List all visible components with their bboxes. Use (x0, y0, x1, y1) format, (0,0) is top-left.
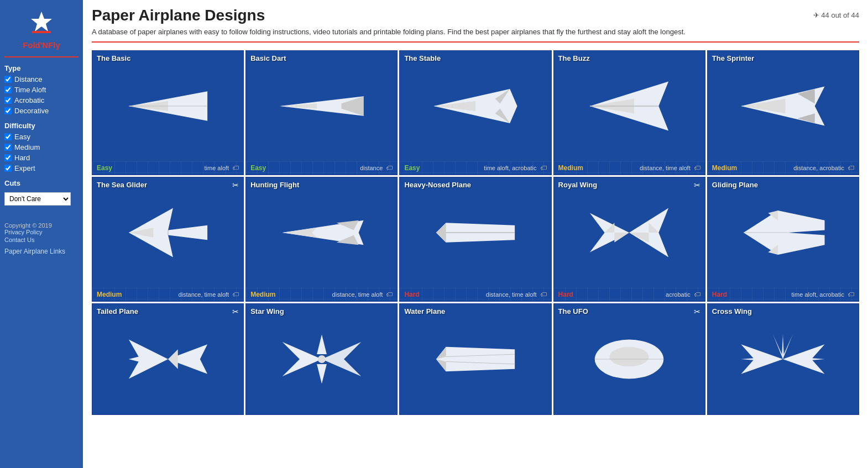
page-count: ✈ 44 out of 44 (813, 11, 859, 19)
bookmark-icon: 🏷 (386, 164, 393, 172)
scissors-icon: ✂ (694, 307, 700, 316)
sidebar: Fold'NFly Type Distance Time Aloft Acrob… (0, 0, 83, 468)
svg-point-45 (318, 355, 326, 363)
plane-card[interactable]: The Stable Easy time aloft, acrobatic 🏷 (399, 50, 551, 175)
main-content: Paper Airplane Designs ✈ 44 out of 44 A … (83, 0, 868, 468)
cuts-select[interactable]: Don't Care No Cuts With Cuts (4, 192, 71, 206)
plane-footer: Easy distance 🏷 (246, 161, 397, 175)
difficulty-badge: Easy (404, 164, 420, 172)
plane-footer: Hard distance, time aloft 🏷 (400, 288, 551, 301)
filter-hard[interactable]: Hard (4, 154, 79, 162)
plane-image-area (708, 51, 859, 161)
difficulty-badge: Medium (97, 291, 122, 298)
plane-tags: acrobatic 🏷 (666, 291, 700, 298)
difficulty-badge: Hard (558, 291, 573, 298)
plane-svg (723, 315, 844, 403)
filter-easy[interactable]: Easy (4, 133, 79, 141)
plane-tags: distance 🏷 (360, 164, 393, 172)
plane-name: Basic Dart (246, 51, 397, 65)
plane-image-area (400, 51, 551, 161)
plane-image-area (246, 177, 397, 288)
plane-card[interactable]: The UFO ✂ (553, 303, 705, 415)
paper-airplane-links[interactable]: Paper Airplane Links (4, 248, 79, 255)
plane-card[interactable]: Gliding Plane Hard time aloft, acrobatic… (707, 177, 859, 302)
plane-card[interactable]: The Sprinter Medium distance, acrobatic … (707, 50, 859, 175)
difficulty-badge: Easy (97, 164, 112, 172)
svg-marker-28 (436, 223, 446, 243)
svg-marker-44 (317, 364, 327, 384)
plane-tags: distance, time aloft 🏷 (486, 291, 547, 298)
contact-us-link[interactable]: Contact Us (4, 236, 79, 243)
difficulty-section-title: Difficulty (4, 122, 79, 130)
svg-marker-38 (128, 339, 168, 378)
plane-image-area (246, 51, 397, 161)
difficulty-badge: Medium (250, 291, 275, 298)
svg-marker-40 (168, 349, 178, 369)
difficulty-badge: Medium (712, 164, 737, 172)
plane-svg (107, 188, 228, 277)
plane-name: The UFO (554, 304, 705, 318)
plane-svg (107, 62, 228, 150)
plane-image-area (246, 304, 397, 414)
filter-decorative[interactable]: Decorative (4, 107, 79, 115)
bookmark-icon: 🏷 (540, 291, 547, 298)
plane-svg (415, 62, 536, 150)
plane-svg (415, 188, 536, 277)
plane-tags: distance, acrobatic 🏷 (793, 164, 854, 172)
bookmark-icon: 🏷 (232, 291, 239, 298)
filter-expert[interactable]: Expert (4, 164, 79, 172)
plane-card[interactable]: Tailed Plane ✂ (92, 303, 244, 415)
filter-time-aloft[interactable]: Time Aloft (4, 86, 79, 94)
difficulty-badge: Hard (404, 291, 419, 298)
plane-image-area (92, 177, 243, 288)
svg-marker-46 (436, 347, 515, 371)
bookmark-icon: 🏷 (540, 164, 547, 172)
plane-footer: Hard time aloft, acrobatic 🏷 (708, 288, 859, 301)
plane-card[interactable]: The Buzz Medium distance, time aloft 🏷 (553, 50, 705, 175)
plane-card[interactable]: Cross Wing (707, 303, 859, 415)
plane-image-area (554, 177, 705, 288)
logo-text: Fold'NFly (4, 40, 79, 50)
plane-name: Cross Wing (708, 304, 859, 318)
plane-svg (262, 315, 383, 403)
plane-card[interactable]: Water Plane (399, 303, 551, 415)
plane-card[interactable]: The Sea Glider ✂ Medium distance, time a… (92, 177, 244, 302)
plane-tags: distance, time aloft 🏷 (640, 164, 700, 172)
plane-image-area (92, 51, 243, 161)
svg-marker-43 (317, 335, 327, 355)
bookmark-icon: 🏷 (386, 291, 393, 298)
plane-tags: distance, time aloft 🏷 (178, 291, 239, 298)
plane-card[interactable]: Hunting Flight Medium distance, time alo… (245, 177, 398, 302)
cuts-section-title: Cuts (4, 179, 79, 187)
bookmark-icon: 🏷 (694, 291, 700, 298)
plane-svg (723, 188, 844, 277)
plane-svg (415, 315, 536, 403)
plane-svg (262, 188, 383, 277)
plane-name: Royal Wing (554, 177, 705, 191)
plane-name: The Sprinter (708, 51, 859, 65)
filter-distance[interactable]: Distance (4, 75, 79, 83)
plane-name: Water Plane (400, 304, 551, 318)
plane-footer: Hard acrobatic 🏷 (554, 288, 705, 301)
plane-tags: time aloft, acrobatic 🏷 (792, 291, 854, 298)
bookmark-icon: 🏷 (848, 291, 854, 298)
filter-acrobatic[interactable]: Acrobatic (4, 96, 79, 104)
filter-medium[interactable]: Medium (4, 143, 79, 151)
plane-card[interactable]: Star Wing (245, 303, 398, 415)
plane-image-area (708, 304, 859, 414)
type-filters: Distance Time Aloft Acrobatic Decorative (4, 75, 79, 115)
plane-card[interactable]: The Basic Easy time aloft 🏷 (92, 50, 244, 175)
scissors-icon: ✂ (694, 181, 700, 190)
privacy-policy-link[interactable]: Privacy Policy (4, 229, 79, 235)
plane-card[interactable]: Heavy-Nosed Plane Hard distance, time al… (399, 177, 551, 302)
bookmark-icon: 🏷 (694, 164, 700, 172)
plane-card[interactable]: Royal Wing ✂ Hard acrobatic 🏷 (553, 177, 705, 302)
plane-name: Gliding Plane (708, 177, 859, 191)
page-description: A database of paper airplanes with easy … (92, 28, 859, 43)
plane-svg (262, 62, 383, 150)
plane-tags: time aloft 🏷 (205, 164, 239, 172)
logo-icon (28, 9, 55, 36)
plane-card[interactable]: Basic Dart Easy distance 🏷 (245, 50, 398, 175)
plane-footer: Easy time aloft 🏷 (92, 161, 243, 175)
plane-name: The Buzz (554, 51, 705, 65)
